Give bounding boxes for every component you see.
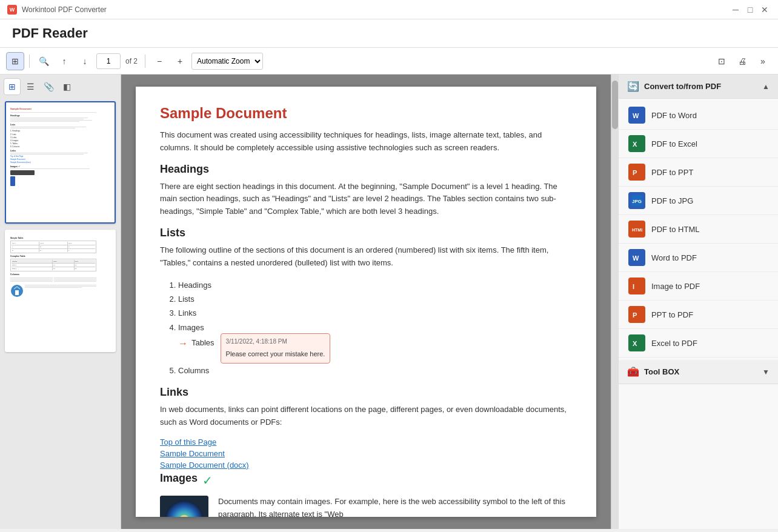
comment-bubble: 3/11/2022, 4:18:18 PM Please correct you… [221,333,331,364]
list-item-5-text: Tables [191,336,214,350]
sample-image [160,496,208,517]
ordered-list: Headings Lists Links Images → Tables 3/1… [178,278,572,378]
convert-item-pdf-to-html[interactable]: HTML PDF to HTML [619,215,778,244]
tab-layers[interactable]: ◧ [58,78,75,95]
fullscreen-icon: ⊡ [718,56,725,66]
page-total: of 2 [125,57,138,65]
item-label: PDF to JPG [651,196,693,205]
window-controls: ─ □ ✕ [730,4,771,16]
search-icon: 🔍 [39,56,49,66]
tab-thumbnails[interactable]: ⊞ [4,78,21,95]
svg-text:W: W [633,254,639,262]
sidebar-toggle-icon: ⊞ [12,56,19,66]
title-bar: W Workintool PDF Converter ─ □ ✕ [0,0,778,19]
convert-section-header[interactable]: 🔄 Convert to/from PDF ▲ [619,75,778,99]
page-title: PDF Reader [12,25,766,41]
scrollbar-thumb[interactable] [612,81,618,129]
checkmark-icon: ✓ [202,473,213,488]
zoom-in-icon: + [178,56,182,66]
convert-icon: 🔄 [627,81,639,92]
item-label: Word to PDF [651,253,697,262]
pdf-page: Sample Document This document was create… [136,87,596,517]
search-button[interactable]: 🔍 [35,52,53,70]
sidebar: ⊞ ☰ 📎 ◧ Sample Document Headings [0,75,121,529]
title-bar-left: W Workintool PDF Converter [7,5,107,15]
convert-item-ppt-to-pdf[interactable]: P PPT to PDF [619,301,778,329]
toolbox-icon: 🧰 [627,366,639,377]
convert-item-image-to-pdf[interactable]: I Image to PDF [619,272,778,301]
prev-page-button[interactable]: ↑ [55,52,73,70]
convert-item-pdf-to-excel[interactable]: X PDF to Excel [619,130,778,158]
link-sample-document-docx[interactable]: Sample Document (docx) [160,461,572,470]
list-item: Images [178,321,572,334]
toolbox-section-header[interactable]: 🧰 Tool BOX ▼ [619,360,778,384]
links-section-title: Links [160,386,572,399]
print-button[interactable]: 🖨 [733,52,751,70]
item-label: PDF to Excel [651,139,697,148]
chevron-up-icon: ▲ [762,82,770,91]
imgpdf-icon: I [628,278,645,294]
sidebar-tabs: ⊞ ☰ 📎 ◧ [0,75,121,95]
down-arrow-icon: ↓ [83,56,87,66]
maximize-button[interactable]: □ [744,4,756,16]
convert-item-word-to-pdf[interactable]: W Word to PDF [619,244,778,272]
svg-text:HTML: HTML [632,228,642,232]
zoom-out-button[interactable]: − [150,52,168,70]
sidebar-toggle-button[interactable]: ⊞ [6,52,24,70]
right-panel: 🔄 Convert to/from PDF ▲ W PDF to Word X … [618,75,778,529]
print-icon: 🖨 [738,56,746,66]
thumbnail-panel: Sample Document Headings Lists 1. Headin… [0,95,121,529]
up-arrow-icon: ↑ [62,56,67,66]
link-sample-document[interactable]: Sample Document [160,449,572,458]
tab-attachments[interactable]: 📎 [40,78,57,95]
excel2-icon: X [628,334,645,351]
item-label: PDF to Word [651,111,697,120]
images-section-header: Images ✓ [160,472,572,490]
links-list: Top of this Page Sample Document Sample … [160,437,572,470]
zoom-select[interactable]: Automatic Zoom 50% 75% 100% 125% 150% [191,53,263,70]
main-layout: ⊞ ☰ 📎 ◧ Sample Document Headings [0,75,778,529]
zoom-out-icon: − [157,56,162,66]
scrollbar-track[interactable] [611,75,618,529]
convert-item-pdf-to-ppt[interactable]: P PDF to PPT [619,158,778,187]
page-number-input[interactable]: 1 [96,53,121,69]
thumb-img-1: Sample Document Headings Lists 1. Headin… [8,105,98,220]
toolbar-right-controls: ⊡ 🖨 » [713,52,772,70]
item-label: PPT to PDF [651,310,693,319]
tab-outline[interactable]: ☰ [22,78,39,95]
list-icon: ☰ [27,82,35,91]
word-icon: W [628,107,645,124]
pdf-area: Sample Document This document was create… [121,75,618,529]
more-options-button[interactable]: » [754,52,772,70]
pdf-scroll[interactable]: Sample Document This document was create… [121,75,611,529]
convert-items-list: W PDF to Word X PDF to Excel P PDF to PP… [619,99,778,360]
link-top-of-page[interactable]: Top of this Page [160,437,572,447]
fullscreen-button[interactable]: ⊡ [713,52,731,70]
close-button[interactable]: ✕ [759,4,771,16]
svg-text:X: X [633,141,637,148]
list-item-5: → Tables 3/11/2022, 4:18:18 PM Please co… [178,334,572,364]
convert-item-pdf-to-jpg[interactable]: JPG PDF to JPG [619,187,778,215]
lists-paragraph: The following outline of the sections of… [160,244,572,270]
word2-icon: W [628,249,645,266]
svg-text:I: I [633,283,634,290]
jpg-icon: JPG [628,192,645,209]
excel-icon: X [628,135,645,152]
more-icon: » [760,56,765,66]
convert-item-pdf-to-word[interactable]: W PDF to Word [619,101,778,130]
svg-text:X: X [633,340,637,347]
next-page-button[interactable]: ↓ [76,52,94,70]
toolbar-separator-1 [29,55,30,68]
item-label: PDF to HTML [651,225,699,234]
headings-section-title: Headings [160,163,572,176]
convert-item-excel-to-pdf[interactable]: X Excel to PDF [619,329,778,357]
list-item: Lists [178,292,572,306]
minimize-button[interactable]: ─ [730,4,742,16]
document-title: Sample Document [160,105,572,122]
thumbnail-page-1[interactable]: Sample Document Headings Lists 1. Headin… [5,101,116,224]
app-logo: W [7,5,17,15]
svg-text:W: W [633,112,639,119]
ppt2-icon: P [628,306,645,323]
zoom-in-button[interactable]: + [171,52,189,70]
thumbnail-page-2[interactable]: Simple Table Col 1 Col 2 Col 3 A B C [5,230,116,352]
